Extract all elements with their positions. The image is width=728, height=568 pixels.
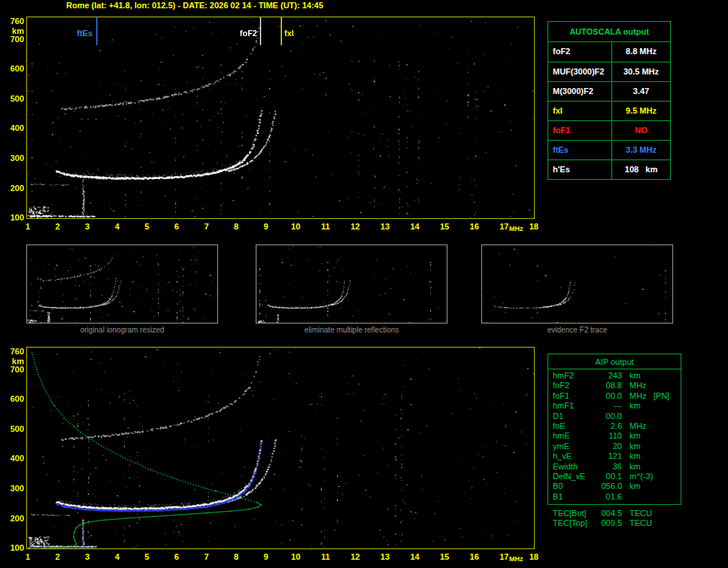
x-axis-tick: 2 <box>50 222 66 231</box>
aip-output-table: AIP output hmF2243kmfoF208.8MHzfoF100.0M… <box>548 354 681 505</box>
x-axis-tick: 8 <box>228 552 244 561</box>
aip-param-value: 08.8 <box>599 381 629 390</box>
autoscala-param-label: fxI <box>548 102 611 120</box>
x-axis-tick: 16 <box>466 222 483 231</box>
x-axis-tick: 7 <box>198 222 214 231</box>
y-axis-tick: 500 <box>5 424 24 433</box>
station-title: Rome (lat: +41.8, lon: 012.5) - DATE: 20… <box>66 1 323 10</box>
aip-param-value: 00.0 <box>599 391 629 401</box>
x-axis-tick: 10 <box>287 222 304 231</box>
aip-row: DelN_vE00.1m^(-3) <box>553 472 676 481</box>
aip-param-unit <box>629 492 676 502</box>
autoscala-row: fxI9.5 MHz <box>548 101 670 120</box>
autoscala-param-value: 8.8 MHz <box>611 42 670 62</box>
autoscala-output-title: AUTOSCALA output <box>548 22 670 42</box>
x-axis-tick: 3 <box>79 552 96 561</box>
thumbnail-eliminate-canvas <box>256 245 447 323</box>
autoscala-row: foF1NO <box>548 120 670 140</box>
aip-param-unit: MHz [PN] <box>629 391 676 401</box>
y-axis-tick: 600 <box>5 64 24 73</box>
thumbnail-original-canvas <box>27 245 217 323</box>
aip-output-title: AIP output <box>548 354 681 369</box>
aip-row: foF208.8MHz <box>553 381 676 390</box>
autoscala-param-value: 9.5 MHz <box>611 102 670 120</box>
aip-row: foF100.0MHz [PN] <box>553 391 676 401</box>
aip-param-label: ymE <box>553 442 599 451</box>
x-axis-unit: MHz <box>509 555 523 563</box>
x-axis-tick: 9 <box>258 552 275 561</box>
ionogram-profile-canvas <box>27 348 534 548</box>
aip-param-label: foF1 <box>553 391 599 401</box>
aip-param-label: B1 <box>553 492 599 502</box>
autoscala-param-label: M(3000)F2 <box>548 82 611 101</box>
aip-param-unit: km <box>629 451 676 461</box>
aip-param-unit: km <box>629 442 676 451</box>
thumbnail-f2-evidence-canvas <box>482 245 672 323</box>
aip-param-label: TEC[Top] <box>553 518 599 528</box>
aip-param-value: 243 <box>599 371 629 381</box>
aip-param-value: --- <box>599 401 629 411</box>
aip-row: TEC[Bot]004.5TECU <box>553 509 676 518</box>
aip-param-label: hmF1 <box>553 401 599 411</box>
y-axis-tick: 300 <box>5 484 24 493</box>
autoscala-row: ftEs3.3 MHz <box>548 140 670 159</box>
aip-param-value: 2.6 <box>599 421 629 431</box>
ionogram-main-plot: ftEs foF2 fxl <box>26 17 535 219</box>
aip-param-unit: km <box>629 371 676 381</box>
x-axis-tick: 12 <box>347 552 363 561</box>
y-axis-tick: 400 <box>5 454 24 463</box>
x-axis-tick: 13 <box>377 552 393 561</box>
aip-param-label: B0 <box>553 481 599 491</box>
aip-param-value: 00.0 <box>599 412 629 421</box>
y-axis-tick: 600 <box>5 394 24 403</box>
thumbnail-eliminate-reflections <box>256 245 447 323</box>
ionogram-main-canvas <box>27 17 534 218</box>
y-axis-tick: 100 <box>5 543 24 552</box>
aip-param-value: 110 <box>599 431 629 441</box>
x-axis-tick: 16 <box>466 552 483 561</box>
autoscala-row: h'Es108 km <box>548 159 670 179</box>
autoscala-row: M(3000)F23.47 <box>548 81 670 101</box>
aip-param-unit: MHz <box>629 381 676 390</box>
aip-param-label: h_vE <box>553 451 599 461</box>
y-axis-tick: 760 <box>5 347 24 356</box>
y-axis-tick: 700 <box>5 365 24 374</box>
caption-f2-evidence: evidence F2 trace <box>481 326 673 334</box>
aip-param-unit: km <box>629 462 676 472</box>
x-axis-tick: 5 <box>138 222 155 231</box>
aip-tec-rows: TEC[Bot]004.5TECUTEC[Top]009.5TECU <box>548 509 681 528</box>
autoscala-param-label: foF2 <box>548 42 611 62</box>
aip-row: D100.0 <box>553 412 676 421</box>
aip-row: hmF1---km <box>553 401 676 411</box>
x-axis-tick: 15 <box>436 552 453 561</box>
caption-original-ionogram: original ionogram resized <box>26 326 218 334</box>
y-axis-tick: 200 <box>5 514 24 523</box>
autoscala-row: foF28.8 MHz <box>548 42 670 62</box>
aip-output-rows: hmF2243kmfoF208.8MHzfoF100.0MHz [PN]hmF1… <box>548 369 681 504</box>
x-axis-tick: 13 <box>377 222 393 231</box>
x-axis-tick: 4 <box>109 222 126 231</box>
autoscala-param-value: 3.3 MHz <box>611 141 670 159</box>
x-axis-tick: 1 <box>20 552 36 561</box>
thumbnail-f2-evidence <box>481 245 673 323</box>
aip-param-unit: km <box>629 431 676 441</box>
x-axis-tick: 10 <box>287 552 304 561</box>
aip-param-label: D1 <box>553 412 599 421</box>
y-axis-tick: 700 <box>5 35 24 44</box>
aip-row: TEC[Top]009.5TECU <box>553 518 676 528</box>
x-axis-tick: 11 <box>317 222 334 231</box>
autoscala-param-value: 30.5 MHz <box>611 62 670 81</box>
fxl-marker-label: fxl <box>284 29 294 38</box>
x-axis-tick: 6 <box>168 552 185 561</box>
y-axis-tick: 200 <box>5 184 24 193</box>
aip-param-value: 009.5 <box>599 518 629 528</box>
autoscala-param-label: ftEs <box>548 141 611 159</box>
x-axis-tick: 2 <box>50 552 66 561</box>
ionogram-profile-plot <box>26 347 535 549</box>
aip-row: B0056.0km <box>553 481 676 491</box>
aip-param-value: 004.5 <box>599 509 629 518</box>
aip-param-label: Ewidth <box>553 462 599 472</box>
aip-row: hmF2243km <box>553 371 676 381</box>
autoscala-output-table: AUTOSCALA output foF28.8 MHzMUF(3000)F23… <box>548 21 671 180</box>
x-axis-tick: 18 <box>526 222 542 231</box>
